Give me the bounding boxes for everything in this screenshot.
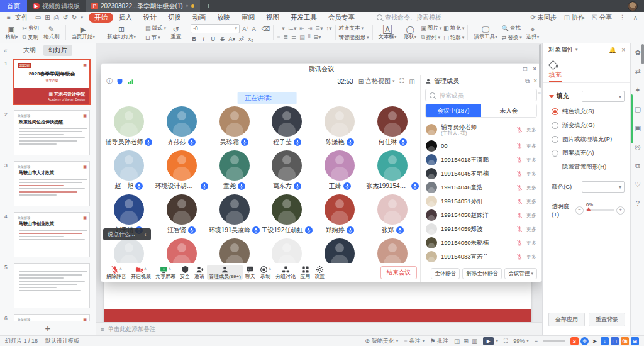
fill-option[interactable]: 渐变填充(G)	[552, 121, 625, 130]
notes-bar[interactable]: ≡ 单击此处添加备注	[96, 322, 542, 335]
collapse-panel-icon[interactable]: «	[4, 47, 8, 54]
member-search-input[interactable]	[438, 91, 533, 99]
participant-cell[interactable]: 童尧	[208, 150, 261, 194]
fill-preset-select[interactable]: ▾	[582, 91, 625, 102]
image-icon[interactable]: ▣	[631, 118, 644, 137]
menu-item-视图[interactable]: 视图	[260, 13, 285, 23]
sync-status[interactable]: ⟳未同步	[530, 13, 556, 22]
encryption-shield-icon[interactable]	[116, 78, 123, 85]
participant-cell[interactable]: 陈潇艳	[313, 106, 366, 150]
toolbar-micoff[interactable]: ∧解除静音	[104, 265, 128, 281]
format-painter-button[interactable]: ✎格式刷	[41, 25, 62, 40]
caret-icon[interactable]: ∧	[169, 267, 171, 271]
section-button[interactable]: ⊟节▾	[145, 34, 166, 42]
bell-icon[interactable]: 🔔	[609, 47, 616, 53]
textbox-button[interactable]: 🄰文本框▾	[376, 25, 399, 40]
member-row[interactable]: 199154046童浩更多	[421, 181, 541, 194]
participant-cell[interactable]: 汪智贤	[155, 194, 208, 238]
opacity-minus-button[interactable]: −	[575, 206, 584, 215]
font-color-button[interactable]: A▾	[228, 35, 235, 42]
slide-thumbnail-6[interactable]: 政策解读▦	[14, 314, 90, 321]
participant-cell[interactable]: 王婧	[313, 150, 366, 194]
participant-cell[interactable]: 张杰199154148	[366, 150, 419, 194]
member-mic-muted-icon[interactable]	[516, 198, 523, 204]
caret-icon[interactable]: ∧	[119, 267, 122, 271]
mirror-icon[interactable]: ⧉	[631, 156, 644, 175]
say-something-tooltip[interactable]: 说点什么...‹	[103, 228, 151, 240]
unmute-all-button[interactable]: 解除全体静音	[462, 268, 502, 279]
toolbar-camoff[interactable]: ∧开启视频	[129, 265, 153, 281]
slide-thumbnail-1[interactable]: 2023届▦2023春季学期年级会辅导员版▦ 艺术与设计学院Academy of…	[14, 59, 90, 104]
member-mic-muted-icon[interactable]	[516, 254, 523, 260]
participant-cell[interactable]: 葛东方	[261, 150, 314, 194]
align-text-button[interactable]: 对齐文本▾	[339, 25, 369, 32]
redo-icon[interactable]: ↻	[70, 14, 79, 21]
participant-cell[interactable]: 齐莎莎	[155, 106, 208, 150]
toolbar-breakout[interactable]: 分组讨论	[274, 265, 297, 281]
member-mic-muted-icon[interactable]	[516, 184, 523, 191]
tab-slides[interactable]: 幻灯片	[43, 45, 72, 56]
member-more-button[interactable]: 更多	[526, 143, 536, 150]
participant-cell[interactable]: 工设192任萌虹	[261, 194, 314, 238]
opacity-handle[interactable]	[587, 207, 591, 211]
present-tools-button[interactable]: 🖵演示工具▾	[471, 25, 500, 40]
toolbar-gear[interactable]: 设置	[313, 265, 326, 281]
print-icon[interactable]: ⎙	[52, 14, 61, 21]
toolbar-record[interactable]: ∧录制	[258, 265, 273, 281]
meeting-titlebar[interactable]: 腾讯会议 − □ ×	[101, 64, 541, 75]
fill-tab[interactable]: 填充	[549, 70, 562, 82]
font-size-select[interactable]: -0▾	[191, 24, 240, 33]
minimize-icon[interactable]: −	[514, 64, 518, 75]
wps-tray-icon[interactable]: S	[570, 337, 579, 345]
participant-cell[interactable]: 环境设计胡龙涛	[155, 150, 208, 194]
member-more-button[interactable]: 更多	[526, 212, 536, 219]
member-more-button[interactable]: 更多	[526, 240, 536, 247]
member-more-button[interactable]: 更多	[526, 254, 536, 260]
member-row[interactable]: 199154018王潇鹏更多	[421, 153, 541, 167]
add-slide-button[interactable]: +	[0, 323, 96, 335]
outline-button[interactable]: ▢轮廓▾	[443, 34, 464, 42]
menu-item-开始[interactable]: 开始	[89, 13, 113, 23]
collab-button[interactable]: ◫协作	[564, 13, 584, 22]
doc-tab-template[interactable]: ▶ 视频剪辑模板	[27, 0, 86, 12]
end-meeting-button[interactable]: 结束会议	[380, 266, 417, 279]
magic-icon[interactable]: ✦	[631, 81, 644, 99]
member-mic-muted-icon[interactable]	[516, 157, 523, 163]
shape-lib-icon[interactable]: ♡	[631, 175, 644, 194]
member-mic-muted-icon[interactable]	[516, 212, 523, 218]
command-search[interactable]: 查找命令、搜索模板	[377, 13, 441, 22]
strike-button[interactable]: S	[219, 35, 226, 42]
maximize-icon[interactable]: □	[523, 64, 527, 75]
member-more-button[interactable]: 更多	[526, 157, 536, 164]
reset-background-button[interactable]: 重置背景	[589, 313, 625, 326]
select-button[interactable]: ⌖选择▾	[524, 25, 542, 40]
bold-button[interactable]: B	[191, 35, 197, 42]
fill-button[interactable]: ◧填充▾	[443, 25, 464, 32]
tooltip-collapse-icon[interactable]: ‹	[145, 232, 147, 238]
menu-item-切换[interactable]: 切换	[162, 13, 187, 23]
more-menu-icon[interactable]: ⋮	[619, 14, 626, 21]
member-row[interactable]: 199154060朱晓楠更多	[421, 236, 541, 250]
beautify-button[interactable]: ⊘智能美化▾	[365, 337, 398, 345]
close-panel-icon[interactable]: ×	[533, 77, 537, 85]
member-more-button[interactable]: 更多	[526, 198, 536, 205]
layout-icon[interactable]: ▢	[631, 99, 644, 118]
menu-item-会员专享[interactable]: 会员专享	[323, 13, 360, 23]
menu-item-设计[interactable]: 设计	[138, 13, 162, 23]
member-row[interactable]: 199154051孙阳更多	[421, 194, 541, 208]
zoom-level[interactable]: 99%▾	[513, 338, 529, 344]
canvas-scrollbar[interactable]	[539, 44, 541, 88]
mute-all-button[interactable]: 全体静音	[431, 268, 460, 279]
new-slide-button[interactable]: ⊞新建幻灯片▾	[104, 25, 138, 40]
notes-button[interactable]: ≡备注▾	[404, 337, 425, 345]
strip-scrollbar[interactable]	[641, 44, 644, 64]
slide-thumbnail-2[interactable]: 政策解读▦政策性岗位拉伸快提醒	[14, 110, 90, 155]
font-smaller-button[interactable]: A⁻	[252, 25, 258, 32]
menu-item-放映[interactable]: 放映	[211, 13, 236, 23]
find-button[interactable]: 🔍查找	[502, 25, 522, 32]
toolbar-invite[interactable]: 邀请	[192, 265, 206, 281]
fill-option[interactable]: 纯色填充(S)	[552, 108, 625, 116]
cursor-tray-icon[interactable]: ➤	[591, 337, 599, 345]
hide-bg-checkbox[interactable]: 隐藏背景图形(H)	[552, 163, 625, 171]
participant-cell[interactable]: 辅导员孙老师	[103, 106, 155, 150]
